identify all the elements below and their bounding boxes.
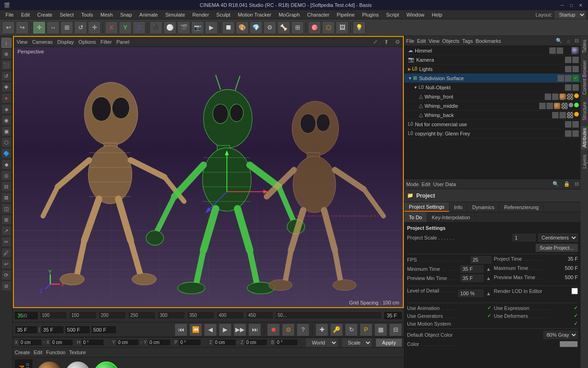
x-input[interactable] xyxy=(19,339,42,346)
x-size-input[interactable] xyxy=(50,339,73,346)
tab-attributes[interactable]: Attributes xyxy=(581,126,588,149)
subtab-key-interpolation[interactable]: Key-Interpolation xyxy=(427,212,475,222)
frame-total-input[interactable] xyxy=(91,326,116,334)
obj-row-null[interactable]: ▼ L0 Null-Objekt xyxy=(404,83,581,92)
attr-more-icon[interactable]: ⊟ xyxy=(575,181,579,187)
tool-x-axis[interactable]: X xyxy=(105,21,118,34)
tool-grid[interactable]: ⊞ xyxy=(291,21,304,34)
material-mat[interactable]: Mat xyxy=(37,362,62,368)
menu-create[interactable]: Create xyxy=(34,11,56,18)
menu-character[interactable]: Character xyxy=(303,11,333,18)
left-tool-3[interactable]: ↺ xyxy=(1,71,12,81)
tool-film[interactable]: 🎬 xyxy=(177,21,190,34)
min-time-input[interactable] xyxy=(460,265,483,273)
unit-selector[interactable]: Centimeters Meters Inches xyxy=(538,234,578,242)
tool-gear[interactable]: ⚙ xyxy=(263,21,276,34)
tab-project-settings[interactable]: Project Settings xyxy=(404,202,449,212)
mat-menu-edit[interactable]: Edit xyxy=(34,350,42,355)
obj-row-lights[interactable]: ▶ L0 Lights xyxy=(404,64,581,74)
lod-arrow[interactable]: ▲ xyxy=(486,291,491,296)
attr-search-icon[interactable]: 🔍 xyxy=(553,181,559,187)
default-color-select[interactable]: 80% Gray Random xyxy=(543,331,578,339)
left-tool-9[interactable]: ⬡ xyxy=(1,137,12,147)
b-input[interactable] xyxy=(275,339,298,346)
playback-next-frame[interactable]: ▶▶ xyxy=(233,323,246,336)
viewport-menu-panel[interactable]: Panel xyxy=(116,39,129,45)
menu-sculpt[interactable]: Sculpt xyxy=(213,11,234,18)
tool-light-bulb[interactable]: 💡 xyxy=(353,21,366,34)
obj-menu-edit[interactable]: Edit xyxy=(417,38,426,44)
left-tool-4[interactable]: ✚ xyxy=(1,82,12,92)
tool-cube[interactable]: 🔲 xyxy=(222,21,235,34)
frame-start-input[interactable] xyxy=(15,326,38,334)
loop-btn[interactable]: ↻ xyxy=(345,323,358,336)
layout-btn[interactable]: ⊟ xyxy=(389,323,402,336)
left-tool-move[interactable]: ↕ xyxy=(1,38,12,48)
playback-play[interactable]: ▶ xyxy=(219,323,232,336)
lod-input[interactable] xyxy=(458,290,483,297)
obj-row-copyright[interactable]: L0 copyright by: Glenn Frey xyxy=(404,129,581,138)
tab-content-browser[interactable]: Content Browser xyxy=(581,58,588,96)
tab-structure[interactable]: Structure xyxy=(581,100,588,123)
tab-layers[interactable]: Layers xyxy=(581,153,588,170)
frame-current-input[interactable] xyxy=(41,326,64,334)
min-time-arrow[interactable]: ▲ xyxy=(486,266,491,272)
tool-redo[interactable]: ↪ xyxy=(16,21,29,34)
tool-undo[interactable]: ↩ xyxy=(2,21,15,34)
obj-menu-bookmarks[interactable]: Bookmarks xyxy=(476,38,501,44)
p-input[interactable] xyxy=(178,339,201,346)
playback-end[interactable]: ⏭ xyxy=(248,323,261,336)
render-lod-checkbox[interactable] xyxy=(571,288,578,294)
maximize-button[interactable]: □ xyxy=(568,1,575,9)
menu-snap[interactable]: Snap xyxy=(116,11,136,18)
tab-referenzierung[interactable]: Referenzierung xyxy=(500,202,544,212)
scale-selector[interactable]: Scale xyxy=(342,338,372,347)
menu-edit[interactable]: Edit xyxy=(17,11,34,18)
tool-diamond[interactable]: 💎 xyxy=(250,21,262,34)
tool-render-active[interactable]: ⬡ xyxy=(322,21,335,34)
h-input[interactable] xyxy=(81,339,104,346)
lights-expand-arrow[interactable]: ▶ xyxy=(408,67,411,71)
obj-search-icon[interactable]: 🔍 xyxy=(556,38,562,44)
obj-filter-icon[interactable]: ⊟ xyxy=(575,38,579,44)
menu-select[interactable]: Select xyxy=(56,11,78,18)
left-tool-14[interactable]: ⊠ xyxy=(1,193,12,203)
tab-tables[interactable]: Tables xyxy=(581,38,588,55)
left-tool-10[interactable]: 🔷 xyxy=(1,148,12,158)
attr-menu-userdata[interactable]: User Data xyxy=(433,181,456,187)
z-input[interactable] xyxy=(213,339,236,346)
tool-rotate[interactable]: ↺ xyxy=(74,21,87,34)
left-tool-2[interactable]: ⬛ xyxy=(1,60,12,70)
tool-picture-viewer[interactable]: 🖼 xyxy=(336,21,349,34)
left-tool-18[interactable]: ✂ xyxy=(1,237,12,247)
menu-tools[interactable]: Tools xyxy=(77,11,97,18)
attr-menu-edit[interactable]: Edit xyxy=(422,181,431,187)
color-swatch[interactable] xyxy=(559,341,578,347)
tool-play[interactable]: ▶ xyxy=(205,21,218,34)
y-input[interactable] xyxy=(116,339,139,346)
viewport-canvas[interactable]: Perspective xyxy=(14,47,403,307)
mat-menu-texture[interactable]: Texture xyxy=(69,350,86,355)
world-selector[interactable]: World Object xyxy=(306,338,338,347)
menu-animate[interactable]: Animate xyxy=(136,11,162,18)
left-tool-6[interactable]: ◈ xyxy=(1,104,12,114)
z-size-input[interactable] xyxy=(245,339,268,346)
obj-row-whimp-middle[interactable]: △ Whimp_middle xyxy=(404,101,581,111)
y-size-input[interactable] xyxy=(148,339,171,346)
obj-row-kamera[interactable]: 📷 Kamera xyxy=(404,55,581,64)
viewport-menu-filter[interactable]: Filter xyxy=(100,39,111,45)
record-btn[interactable]: ⏺ xyxy=(267,323,280,336)
tool-y-axis[interactable]: Y xyxy=(119,21,132,34)
playback-prev-frame[interactable]: ◀ xyxy=(204,323,217,336)
tab-info[interactable]: Info xyxy=(449,202,467,212)
attr-lock-icon[interactable]: 🔒 xyxy=(564,181,570,187)
material-sketch-c[interactable]: Sketch c xyxy=(94,362,119,368)
obj-menu-file[interactable]: File xyxy=(406,38,414,44)
autokey-btn[interactable]: P xyxy=(360,323,373,336)
viewport-settings-icon[interactable]: ⚙ xyxy=(395,39,400,45)
obj-menu-objects[interactable]: Objects xyxy=(442,38,459,44)
prev-min-input[interactable] xyxy=(460,275,483,282)
tool-scale[interactable]: ⊞ xyxy=(60,21,73,34)
obj-row-himmel[interactable]: ☁ Himmel xyxy=(404,46,581,55)
record-active[interactable]: ⊙ xyxy=(282,323,295,336)
